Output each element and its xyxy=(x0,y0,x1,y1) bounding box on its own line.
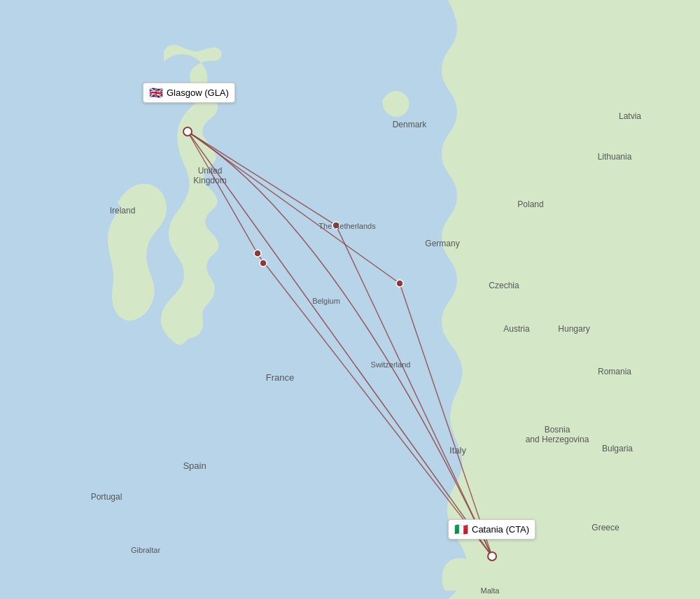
catania-label-text: Catania (CTA) xyxy=(472,524,529,535)
country-label-france: France xyxy=(266,372,294,383)
country-label-lithuania: Lithuania xyxy=(598,152,632,162)
country-label-bosnia1: Bosnia xyxy=(545,425,570,435)
country-label-austria: Austria xyxy=(503,324,530,334)
country-label-netherlands: The Netherlands xyxy=(318,222,376,230)
map-container: United Kingdom Ireland Denmark Latvia Li… xyxy=(0,0,700,599)
country-label-italy: Italy xyxy=(449,445,466,456)
svg-point-9 xyxy=(488,552,496,561)
country-label-portugal: Portugal xyxy=(91,492,122,502)
glasgow-label-text: Glasgow (GLA) xyxy=(167,87,229,98)
country-label-poland: Poland xyxy=(517,199,543,209)
country-label-uk: United xyxy=(198,166,223,176)
svg-point-7 xyxy=(396,280,403,287)
airport-label-glasgow[interactable]: 🇬🇧 Glasgow (GLA) xyxy=(143,83,235,103)
svg-point-8 xyxy=(183,127,192,136)
country-label-uk2: Kingdom xyxy=(193,176,226,185)
country-label-denmark: Denmark xyxy=(393,120,428,129)
svg-point-4 xyxy=(254,250,261,257)
glasgow-flag: 🇬🇧 xyxy=(149,86,163,99)
catania-flag: 🇮🇹 xyxy=(454,523,468,536)
country-label-greece: Greece xyxy=(592,523,620,533)
country-label-hungary: Hungary xyxy=(558,324,589,334)
country-label-romania: Romania xyxy=(598,367,631,376)
country-label-malta: Malta xyxy=(481,586,500,595)
country-label-latvia: Latvia xyxy=(619,111,641,121)
country-label-spain: Spain xyxy=(183,460,206,471)
country-label-bulgaria: Bulgaria xyxy=(602,444,633,453)
map-svg: United Kingdom Ireland Denmark Latvia Li… xyxy=(0,0,700,599)
country-label-czechia: Czechia xyxy=(489,281,519,290)
country-label-bosnia2: and Herzegovina xyxy=(526,435,589,444)
country-label-belgium: Belgium xyxy=(312,297,340,305)
svg-point-5 xyxy=(260,260,267,267)
country-label-ireland: Ireland xyxy=(110,206,136,216)
airport-label-catania[interactable]: 🇮🇹 Catania (CTA) xyxy=(448,519,536,540)
country-label-germany: Germany xyxy=(425,239,459,248)
country-label-gibraltar: Gibraltar xyxy=(131,546,161,554)
country-label-switzerland: Switzerland xyxy=(371,360,411,369)
